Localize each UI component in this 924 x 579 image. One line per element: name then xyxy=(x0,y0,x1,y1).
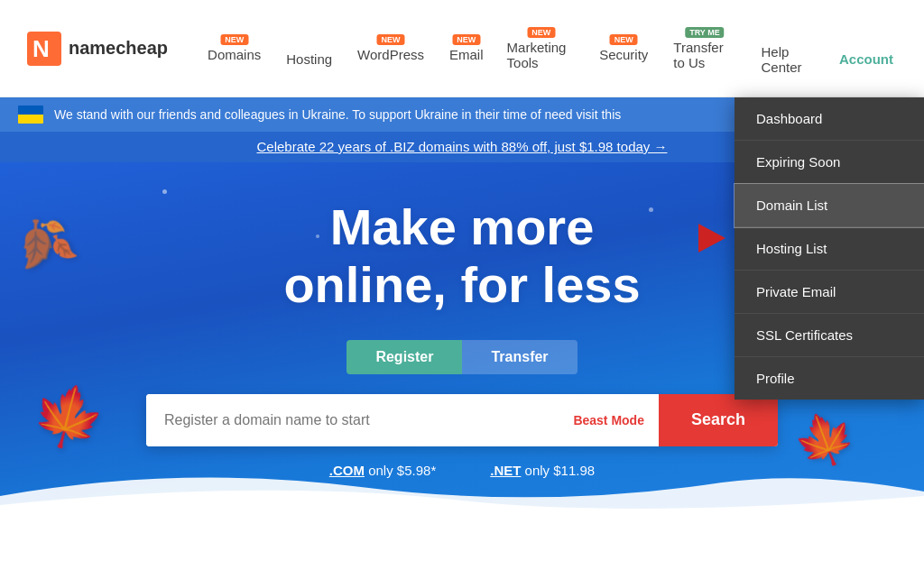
nav-item-hosting[interactable]: Hosting xyxy=(273,26,345,70)
nav-security-label: Security xyxy=(599,47,648,62)
tld-net-price: only $11.98 xyxy=(525,463,596,478)
nav-item-wordpress[interactable]: NEW WordPress xyxy=(345,31,437,66)
transfer-badge: TRY ME xyxy=(685,27,725,38)
nav-email-label: Email xyxy=(449,47,484,62)
email-badge: NEW xyxy=(452,34,480,45)
dropdown-item-dashboard[interactable]: Dashboard xyxy=(735,97,924,141)
arrow-indicator xyxy=(698,224,725,253)
dropdown-item-hosting-list[interactable]: Hosting List xyxy=(735,227,924,271)
leaf-bottom-left: 🍁 xyxy=(24,374,113,459)
nav-transfer-label: Transfer to Us xyxy=(673,40,735,70)
domains-badge: NEW xyxy=(220,34,248,45)
nav-account-label: Account xyxy=(839,51,893,67)
leaf-top-left: 🍂 xyxy=(5,207,81,281)
ukraine-flag xyxy=(18,106,43,124)
nav-hosting-label: Hosting xyxy=(286,51,332,67)
search-button[interactable]: Search xyxy=(659,394,778,446)
flag-bottom xyxy=(18,115,43,124)
nav-wordpress-label: WordPress xyxy=(357,47,424,62)
marketing-badge: NEW xyxy=(527,27,555,38)
wordpress-badge: NEW xyxy=(377,34,405,45)
register-tab[interactable]: Register xyxy=(346,340,462,374)
dropdown-item-private-email[interactable]: Private Email xyxy=(735,271,924,314)
logo-icon: N xyxy=(27,32,61,66)
domain-search-input[interactable] xyxy=(146,394,559,446)
nav-item-domains[interactable]: NEW Domains xyxy=(195,31,273,66)
tab-buttons: Register Transfer xyxy=(346,340,577,374)
ukraine-banner-text: We stand with our friends and colleagues… xyxy=(54,107,621,122)
tld-com-ext: .COM xyxy=(329,463,365,478)
dot-1 xyxy=(162,189,167,194)
dropdown-item-domain-list[interactable]: Domain List xyxy=(735,184,924,227)
logo[interactable]: N namecheap xyxy=(27,32,168,66)
svg-text:N: N xyxy=(32,35,50,62)
nav-item-account[interactable]: Account xyxy=(827,26,906,70)
tld-net-info: .NET only $11.98 xyxy=(490,463,595,478)
promo-link[interactable]: Celebrate 22 years of .BIZ domains with … xyxy=(257,139,668,154)
hero-title: Make more online, for less xyxy=(283,198,640,315)
flag-top xyxy=(18,106,43,115)
header: N namecheap NEW Domains Hosting NEW Word… xyxy=(0,0,924,97)
nav-marketing-label: Marketing Tools xyxy=(507,40,577,70)
tld-com-price: only $5.98* xyxy=(368,463,436,478)
dot-3 xyxy=(649,207,653,212)
nav-item-security[interactable]: NEW Security xyxy=(587,31,661,66)
nav: NEW Domains Hosting NEW WordPress NEW Em… xyxy=(195,19,906,78)
transfer-tab[interactable]: Transfer xyxy=(462,340,577,374)
account-dropdown: Dashboard Expiring Soon Domain List Host… xyxy=(735,97,924,400)
dropdown-item-expiring-soon[interactable]: Expiring Soon xyxy=(735,141,924,184)
nav-help-label: Help Center xyxy=(761,44,814,75)
nav-item-email[interactable]: NEW Email xyxy=(437,31,496,66)
tld-com-info: .COM only $5.98* xyxy=(329,463,436,478)
nav-item-marketing[interactable]: NEW Marketing Tools xyxy=(496,23,587,74)
logo-text: namecheap xyxy=(69,38,168,59)
security-badge: NEW xyxy=(610,34,638,45)
dropdown-item-ssl-certificates[interactable]: SSL Certificates xyxy=(735,314,924,357)
nav-item-help[interactable]: Help Center xyxy=(748,19,827,78)
tld-net-ext: .NET xyxy=(490,463,521,478)
beast-mode-button[interactable]: Beast Mode xyxy=(559,394,659,446)
nav-item-transfer[interactable]: TRY ME Transfer to Us xyxy=(661,23,748,74)
tld-info: .COM only $5.98* .NET only $11.98 xyxy=(329,463,595,478)
nav-domains-label: Domains xyxy=(208,47,261,62)
dropdown-item-profile[interactable]: Profile xyxy=(735,357,924,400)
search-bar: Beast Mode Search xyxy=(146,394,778,446)
